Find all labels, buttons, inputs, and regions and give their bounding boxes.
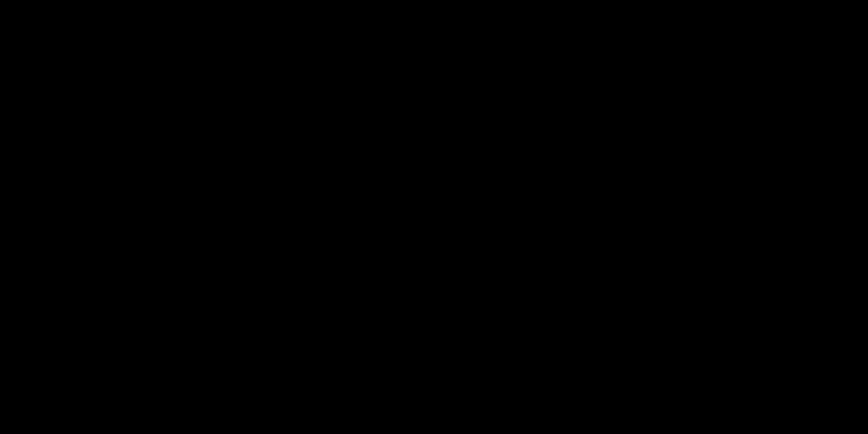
spectrum-chart — [0, 0, 868, 434]
spectrum-canvas — [0, 0, 868, 434]
